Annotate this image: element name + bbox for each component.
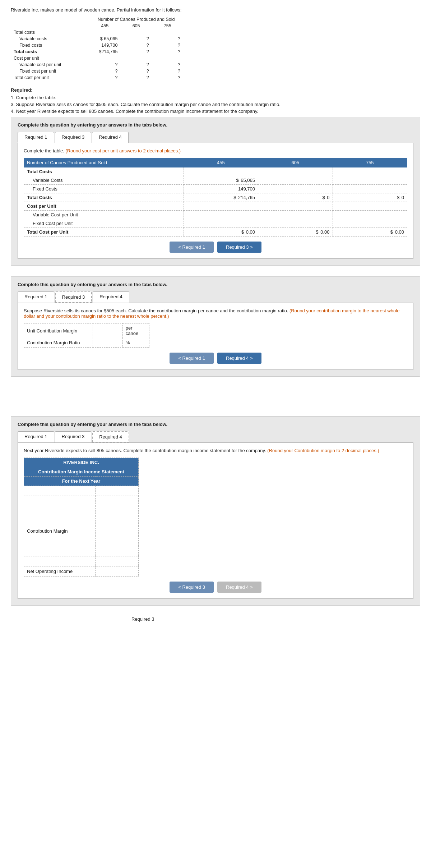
is-input-4[interactable] <box>96 516 139 526</box>
input-vcpu-755-field[interactable] <box>333 211 407 219</box>
input-vcpu-455-field[interactable] <box>184 211 258 219</box>
is-input-noi[interactable] <box>96 566 139 577</box>
block3-content: Next year Riverside expects to sell 805 … <box>18 442 413 599</box>
val-tcs-455: $ 214,765 <box>184 193 258 202</box>
is-input-3[interactable] <box>96 506 139 516</box>
val-cpu-605-empty <box>258 202 333 211</box>
block1-next-button[interactable]: Required 3 > <box>217 242 261 253</box>
input-fcpu-455-field[interactable] <box>184 219 258 228</box>
is-input-5-field[interactable] <box>98 538 135 545</box>
tab-required4-b3[interactable]: Required 4 <box>92 431 129 442</box>
is-input-7-field[interactable] <box>98 558 135 565</box>
block1-prev-button[interactable]: < Required 1 <box>170 242 214 253</box>
block2-content: Suppose Riverside sells its canoes for $… <box>18 303 413 370</box>
is-input-7[interactable] <box>96 556 139 566</box>
input-fcpu-605[interactable] <box>258 219 333 228</box>
val-tcs-605: $ 0 <box>258 193 333 202</box>
input-fc-755[interactable] <box>333 185 407 193</box>
info-row-total: Total costs $214,765 ? ? <box>11 49 183 55</box>
input-vc-605-field[interactable] <box>258 176 332 184</box>
is-title-line1: Contribution Margin Income Statement <box>24 467 139 477</box>
is-input-4-field[interactable] <box>98 518 135 524</box>
tab-required4-b2[interactable]: Required 4 <box>93 291 129 303</box>
info-row-cpu-header: Cost per unit <box>11 55 183 61</box>
input-fcpu-455[interactable] <box>184 219 258 228</box>
block1-content: Complete the table. (Round your cost per… <box>18 143 413 259</box>
is-input-3-field[interactable] <box>98 508 135 514</box>
is-input-2-field[interactable] <box>98 497 135 504</box>
input-fcpu-755[interactable] <box>333 219 407 228</box>
is-row-3 <box>24 506 139 516</box>
is-input-noi-field[interactable] <box>98 568 135 575</box>
is-input-2[interactable] <box>96 496 139 506</box>
income-statement-table: RIVERSIDE INC. Contribution Margin Incom… <box>24 458 139 577</box>
tab-required3-b3[interactable]: Required 3 <box>55 431 92 442</box>
input-vcpu-605[interactable] <box>258 211 333 219</box>
info-row-vcpu: Variable cost per unit ? ? ? <box>11 61 183 68</box>
row-fixed-cost-per-unit: Fixed Cost per Unit <box>24 219 407 228</box>
is-label-5 <box>24 536 96 546</box>
label-tcpu: Total Cost per Unit <box>24 228 184 236</box>
block1-tabs: Required 1 Required 3 Required 4 <box>18 132 413 143</box>
row-total-costs-header: Total Costs <box>24 167 407 176</box>
block3-sub-instruction: Next year Riverside expects to sell 805 … <box>24 448 407 453</box>
block3-prev-button[interactable]: < Required 3 <box>170 582 214 593</box>
th-755: 755 <box>333 158 407 167</box>
is-input-5[interactable] <box>96 536 139 546</box>
input-vcpu-755[interactable] <box>333 211 407 219</box>
block3-sub-paren: (Round your Contribution margin to 2 dec… <box>267 448 379 453</box>
is-label-noi: Net Operating Income <box>24 566 96 577</box>
tab-required1-b2[interactable]: Required 1 <box>18 291 54 303</box>
input-cmr-field[interactable] <box>96 340 120 345</box>
input-fc-755-field[interactable] <box>333 185 407 193</box>
is-label-4 <box>24 516 96 526</box>
row-ucm: Unit Contribution Margin per canoe <box>24 323 149 338</box>
is-input-1[interactable] <box>96 486 139 496</box>
block2-prev-button[interactable]: < Required 1 <box>170 353 214 364</box>
row-cmr: Contribution Margin Ratio % <box>24 338 149 348</box>
input-fc-605-field[interactable] <box>258 185 332 193</box>
input-fcpu-605-field[interactable] <box>258 219 332 228</box>
is-input-cm[interactable] <box>96 526 139 536</box>
row-total-cost-per-unit: Total Cost per Unit $ 0.00 $ 0.00 $ 0.00 <box>24 228 407 236</box>
block3-instruction: Complete this question by entering your … <box>18 422 413 427</box>
val-tc-455-empty <box>184 167 258 176</box>
block1-sub-instruction: Complete the table. (Round your cost per… <box>24 148 407 153</box>
info-row-tcpu: Total cost per unit ? ? ? <box>11 74 183 81</box>
input-vcpu-605-field[interactable] <box>258 211 332 219</box>
tab-required3-b2[interactable]: Required 3 <box>55 291 92 303</box>
label-ucm: Unit Contribution Margin <box>24 323 93 338</box>
is-input-6[interactable] <box>96 546 139 556</box>
is-label-3 <box>24 506 96 516</box>
tab-required3-b1[interactable]: Required 3 <box>55 132 92 143</box>
input-ucm-field[interactable] <box>96 328 120 334</box>
col-605: 605 <box>120 23 152 29</box>
is-input-1-field[interactable] <box>98 487 135 494</box>
col-755: 755 <box>152 23 183 29</box>
input-vc-755-field[interactable] <box>333 176 407 184</box>
input-fcpu-755-field[interactable] <box>333 219 407 228</box>
label-vcpu: Variable Cost per Unit <box>24 211 184 219</box>
is-label-cm: Contribution Margin <box>24 526 96 536</box>
is-row-5 <box>24 536 139 546</box>
input-ucm[interactable] <box>93 323 123 338</box>
tab-required1-b3[interactable]: Required 1 <box>18 431 54 442</box>
input-fc-605[interactable] <box>258 185 333 193</box>
row-fixed-costs: Fixed Costs 149,700 <box>24 185 407 193</box>
block2-next-button[interactable]: Required 4 > <box>217 353 261 364</box>
block3-nav: < Required 3 Required 4 > <box>24 582 407 593</box>
required-item-4: 4. Next year Riverside expects to sell 8… <box>11 109 420 114</box>
input-vc-605[interactable] <box>258 176 333 185</box>
input-cmr[interactable] <box>93 338 123 348</box>
tab-required1-b1[interactable]: Required 1 <box>18 132 54 143</box>
val-tc-605-empty <box>258 167 333 176</box>
input-vcpu-455[interactable] <box>184 211 258 219</box>
is-input-6-field[interactable] <box>98 548 135 555</box>
input-vc-755[interactable] <box>333 176 407 185</box>
val-tcs-755: $ 0 <box>333 193 407 202</box>
block2-tabs: Required 1 Required 3 Required 4 <box>18 291 413 303</box>
is-row-7 <box>24 556 139 566</box>
info-row-fcpu: Fixed cost per unit ? ? ? <box>11 68 183 74</box>
is-input-cm-field[interactable] <box>98 528 135 534</box>
tab-required4-b1[interactable]: Required 4 <box>92 132 129 143</box>
